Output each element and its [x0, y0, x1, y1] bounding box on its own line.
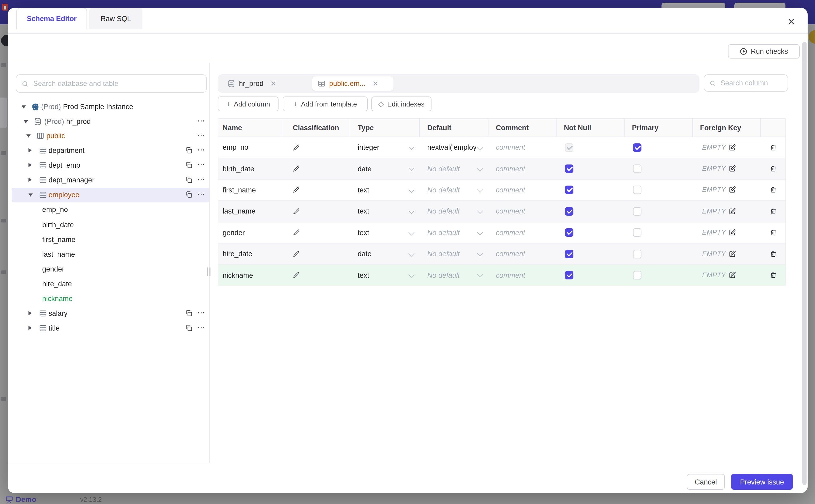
type-cell[interactable]: text [350, 265, 420, 286]
more-actions-icon[interactable]: ⋯ [197, 323, 206, 332]
copy-icon[interactable] [185, 324, 193, 332]
not-null-checkbox[interactable] [565, 229, 574, 237]
more-actions-icon[interactable]: ⋯ [197, 160, 206, 169]
comment-cell[interactable]: comment [489, 180, 557, 201]
comment-cell[interactable]: comment [489, 137, 557, 158]
tree-item-table-department[interactable]: department ⋯ [12, 143, 209, 158]
default-cell[interactable]: No default [420, 222, 489, 243]
default-cell[interactable]: No default [420, 201, 489, 222]
type-cell[interactable]: text [350, 201, 420, 222]
pencil-icon[interactable] [293, 144, 300, 151]
tree-item-table-employee[interactable]: employee ⋯ [12, 188, 209, 202]
primary-checkbox[interactable] [633, 143, 642, 152]
tree-item-table-title[interactable]: title ⋯ [12, 321, 209, 336]
column-name-cell[interactable]: first_name [218, 180, 282, 201]
not-null-checkbox[interactable] [565, 186, 574, 194]
copy-icon[interactable] [185, 309, 193, 317]
more-actions-icon[interactable]: ⋯ [197, 189, 206, 199]
not-null-checkbox[interactable] [565, 271, 574, 279]
panel-resize-handle[interactable] [207, 267, 208, 276]
tree-item-column-birth-date[interactable]: birth_date [12, 218, 209, 232]
copy-icon[interactable] [185, 191, 193, 199]
type-cell[interactable]: integer [350, 137, 420, 158]
primary-checkbox[interactable] [633, 207, 642, 216]
tree-item-instance[interactable]: (Prod)Prod Sample Instance [12, 100, 209, 114]
add-column-button[interactable]: + Add column [218, 96, 278, 111]
delete-column-icon[interactable] [769, 208, 777, 215]
column-name-cell[interactable]: emp_no [218, 137, 282, 158]
default-cell[interactable]: No default [420, 244, 489, 264]
edit-foreign-key-icon[interactable] [729, 229, 736, 236]
pencil-icon[interactable] [293, 250, 300, 258]
more-actions-icon[interactable]: ⋯ [197, 308, 206, 317]
close-icon[interactable]: ✕ [785, 16, 797, 28]
column-name-cell[interactable]: last_name [218, 201, 282, 222]
more-actions-icon[interactable]: ⋯ [197, 130, 206, 140]
edit-foreign-key-icon[interactable] [729, 272, 736, 279]
column-search-input[interactable] [719, 79, 782, 88]
delete-column-icon[interactable] [769, 250, 777, 258]
more-actions-icon[interactable]: ⋯ [197, 116, 206, 125]
classification-cell[interactable] [282, 137, 350, 158]
classification-cell[interactable] [282, 244, 350, 264]
caret-right-icon[interactable] [28, 326, 32, 330]
delete-column-icon[interactable] [769, 144, 777, 151]
tree-item-column-gender[interactable]: gender [12, 262, 209, 277]
edit-indexes-button[interactable]: ◇ Edit indexes [371, 96, 432, 111]
not-null-checkbox[interactable] [565, 143, 574, 152]
database-search[interactable] [16, 74, 207, 93]
delete-column-icon[interactable] [769, 165, 777, 172]
caret-right-icon[interactable] [28, 178, 32, 182]
tree-item-column-nickname[interactable]: nickname [12, 292, 209, 306]
database-search-input[interactable] [32, 79, 201, 88]
default-cell[interactable]: nextval('employ [420, 137, 489, 158]
classification-cell[interactable] [282, 201, 350, 222]
primary-checkbox[interactable] [633, 186, 642, 194]
comment-cell[interactable]: comment [489, 265, 557, 286]
pencil-icon[interactable] [293, 208, 300, 215]
caret-down-icon[interactable] [24, 120, 28, 123]
tree-item-column-hire-date[interactable]: hire_date [12, 277, 209, 292]
copy-icon[interactable] [185, 176, 193, 184]
tab-raw-sql[interactable]: Raw SQL [89, 8, 142, 29]
delete-column-icon[interactable] [769, 186, 777, 194]
classification-cell[interactable] [282, 222, 350, 243]
column-name-cell[interactable]: birth_date [218, 158, 282, 179]
tree-item-schema-public[interactable]: public ⋯ [12, 129, 209, 143]
caret-down-icon[interactable] [26, 134, 31, 138]
add-from-template-button[interactable]: + Add from template [283, 96, 368, 111]
comment-cell[interactable]: comment [489, 158, 557, 179]
close-icon[interactable]: ✕ [270, 80, 276, 88]
type-cell[interactable]: date [350, 158, 420, 179]
tab-schema-editor[interactable]: Schema Editor [16, 8, 87, 29]
caret-right-icon[interactable] [28, 163, 32, 167]
default-cell[interactable]: No default [420, 265, 489, 286]
type-cell[interactable]: text [350, 180, 420, 201]
run-checks-button[interactable]: Run checks [728, 44, 800, 59]
not-null-checkbox[interactable] [565, 207, 574, 216]
pencil-icon[interactable] [293, 186, 300, 194]
edit-foreign-key-icon[interactable] [729, 165, 736, 172]
delete-column-icon[interactable] [769, 272, 777, 279]
caret-right-icon[interactable] [28, 148, 32, 152]
copy-icon[interactable] [185, 147, 193, 154]
close-icon[interactable]: ✕ [372, 80, 378, 88]
more-actions-icon[interactable]: ⋯ [197, 145, 206, 154]
tab-chip-hr-prod[interactable]: hr_prod ✕ [222, 76, 309, 91]
primary-checkbox[interactable] [633, 229, 642, 237]
column-name-cell[interactable]: nickname [218, 265, 282, 286]
tree-item-database-hr-prod[interactable]: (Prod)hr_prod ⋯ [12, 114, 209, 129]
primary-checkbox[interactable] [633, 164, 642, 173]
panel-resize-handle[interactable] [209, 267, 210, 276]
caret-right-icon[interactable] [28, 311, 32, 315]
cancel-button[interactable]: Cancel [687, 474, 725, 490]
classification-cell[interactable] [282, 158, 350, 179]
preview-issue-button[interactable]: Preview issue [731, 474, 793, 490]
tree-item-table-salary[interactable]: salary ⋯ [12, 306, 209, 321]
pencil-icon[interactable] [293, 229, 300, 236]
modal-scrollbar-thumb[interactable] [802, 42, 807, 485]
edit-foreign-key-icon[interactable] [729, 250, 736, 258]
delete-column-icon[interactable] [769, 229, 777, 236]
caret-down-icon[interactable] [22, 105, 26, 109]
primary-checkbox[interactable] [633, 271, 642, 279]
